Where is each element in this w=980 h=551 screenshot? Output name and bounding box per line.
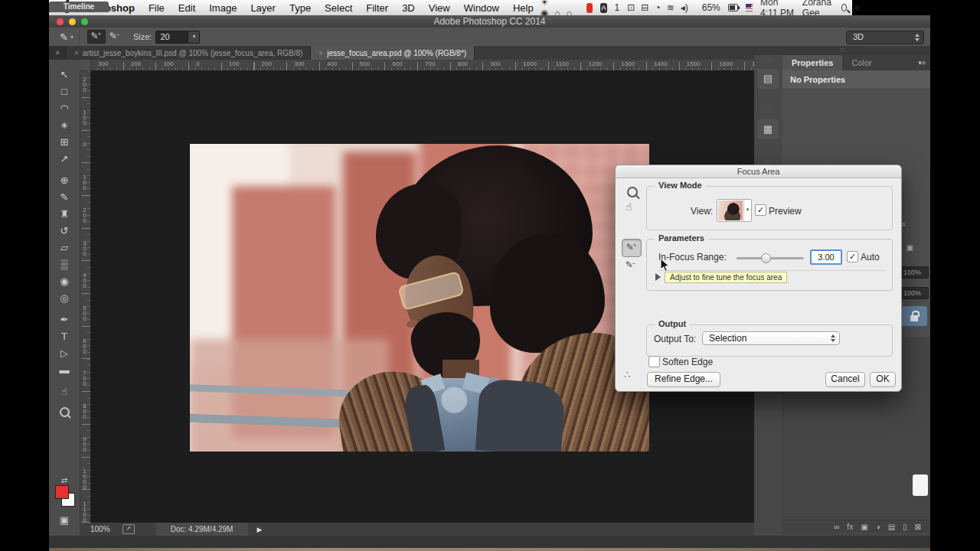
wifi-icon[interactable]: ≋ [667,2,675,13]
adjustment-icon[interactable]: ◑ [876,523,880,531]
brush-size-input[interactable]: 20 [155,31,188,44]
gradient-tool[interactable]: ▒ [49,257,80,272]
dodge-tool[interactable]: ◎ [49,291,80,306]
panel-scroll-thumb[interactable] [913,474,928,496]
magic-wand-tool[interactable]: ∗ [49,118,80,133]
menu-edit[interactable]: Edit [172,2,202,14]
document-image[interactable] [190,144,649,452]
close-tab-icon[interactable]: × [318,49,323,57]
menu-view[interactable]: View [422,2,457,14]
document-tab-active[interactable]: × jesse_focus_area.psd @ 100% (RGB/8*) [311,46,475,60]
subtract-from-focus-brush-button[interactable]: ✎– [106,30,124,44]
hand-tool[interactable]: ☝ [49,384,80,399]
notification-center-icon[interactable]: ≡ [854,2,861,14]
zoom-tool[interactable] [60,407,70,417]
panel-menu-icon[interactable]: ▾≡ [918,55,930,70]
slider-handle[interactable] [761,253,771,263]
ok-button[interactable]: OK [870,372,896,387]
lock-position-icon[interactable]: ▣ [906,243,913,252]
input-language-flag-icon[interactable] [746,4,753,11]
menu-type[interactable]: Type [283,2,318,14]
shape-tool[interactable]: ▬ [49,363,80,378]
trash-icon[interactable]: ⊠ [915,523,921,531]
pen-tool[interactable]: ✒ [49,312,80,328]
timeline-tab[interactable]: Timeline [49,2,109,12]
in-focus-range-slider[interactable] [737,257,804,259]
clone-stamp-tool[interactable]: ♜ [49,207,80,222]
marquee-tool[interactable]: □ [49,84,80,99]
status-options-icon[interactable]: ▶ [257,526,263,533]
history-brush-tool[interactable]: ↺ [49,223,80,239]
menu-3d[interactable]: 3D [395,2,422,14]
view-thumbnail-picker[interactable]: ▾ [717,199,752,222]
eraser-tool[interactable]: ▱ [49,240,80,256]
broadcast-icon[interactable]: ⊡ [627,2,635,13]
blur-tool[interactable]: ◉ [49,274,80,289]
group-icon[interactable]: ▤ [888,523,895,531]
panel-drag-handle[interactable]: ∷ ∷ [760,161,776,164]
foreground-color-swatch[interactable] [55,485,69,499]
adobe-app-icon[interactable]: A [600,3,606,13]
menu-filter[interactable]: Filter [359,2,395,14]
dialog-add-brush-button[interactable]: ✎+ [622,239,642,257]
airplay-icon[interactable]: ⊟ [641,2,648,13]
mask-icon[interactable]: ▣ [861,523,867,531]
dialog-title[interactable]: Focus Area [616,165,901,178]
soften-edge-checkbox[interactable] [648,356,660,367]
document-size-info[interactable]: Doc: 4.29M/4.29M [156,523,248,536]
tool-preset-picker[interactable]: ✎ ▾ [60,31,74,43]
panel-3d-icon[interactable]: ▤ [757,69,779,89]
eyedropper-tool[interactable]: ↗ [49,152,80,167]
document-tab-inactive[interactable]: × artist_jesse_boykins_III.psd @ 100% (j… [67,46,311,60]
menu-window[interactable]: Window [457,2,506,14]
quick-mask-button[interactable]: ▣ [49,513,80,528]
layer-opacity-field[interactable]: 100% [900,266,929,279]
panel-drag-handle[interactable]: ∷ ∷ [760,110,776,113]
panel-drag-handle[interactable]: ∷ ∷ [760,60,776,63]
dialog-subtract-brush-button[interactable]: ✎– [622,257,640,274]
brightness-icon[interactable]: ☀ [541,0,549,8]
effects-icon[interactable]: fx [847,523,853,531]
lock-layer-button[interactable] [901,306,927,326]
type-tool[interactable]: T [49,329,80,344]
advanced-disclosure-icon[interactable] [655,273,661,281]
layers-panel-menu-icon[interactable]: ▾≡ [898,220,929,228]
output-to-popup[interactable]: Selection [702,331,840,345]
new-layer-icon[interactable]: ▯ [903,523,907,531]
dock-drag-handle[interactable]: ∷ [754,46,930,55]
menu-image[interactable]: Image [202,2,243,14]
share-icon[interactable]: ↗ [122,524,135,534]
red-app-icon[interactable] [586,3,593,13]
close-tab-icon[interactable]: × [74,49,79,57]
tab-properties[interactable]: Properties [782,55,842,70]
lasso-tool[interactable]: ◠ [49,101,80,116]
in-focus-range-value-field[interactable]: 3.00 [810,249,842,265]
refine-edge-button[interactable]: Refine Edge... [647,372,720,387]
auto-checkbox[interactable]: ✓ [847,251,858,262]
clock-icon[interactable]: ◔ [655,2,660,13]
brush-size-drop-icon[interactable]: ▾ [188,31,200,44]
healing-brush-tool[interactable]: ⊕ [49,173,80,188]
menu-file[interactable]: File [142,2,172,14]
cancel-button[interactable]: Cancel [825,372,865,387]
volume-icon[interactable]: ◂) [681,2,688,13]
menu-help[interactable]: Help [506,2,541,14]
spotlight-search-icon[interactable] [841,4,847,11]
crop-tool[interactable]: ⊞ [49,135,80,150]
panel-channels-icon[interactable]: ▦ [757,119,779,139]
dialog-hand-tool-icon[interactable]: ☝ [626,201,632,213]
menu-select[interactable]: Select [318,2,359,14]
path-select-tool[interactable]: ▷ [49,346,80,361]
workspace-switcher[interactable]: 3D [846,31,924,44]
add-to-focus-brush-button[interactable]: ✎+ [87,30,106,44]
preview-checkbox[interactable]: ✓ [755,204,766,216]
menu-layer[interactable]: Layer [243,2,283,14]
layer-fill-field[interactable]: 100% [900,287,929,299]
tab-color[interactable]: Color [842,55,880,70]
link-icon[interactable]: ∞ [834,523,839,531]
tab-overflow-icon[interactable]: » [49,46,67,60]
zoom-level-field[interactable]: 100% [90,525,110,533]
brush-tool[interactable]: ✎ [49,190,80,205]
move-tool[interactable]: ↖ [49,67,80,83]
dialog-zoom-tool-icon[interactable] [627,187,638,197]
